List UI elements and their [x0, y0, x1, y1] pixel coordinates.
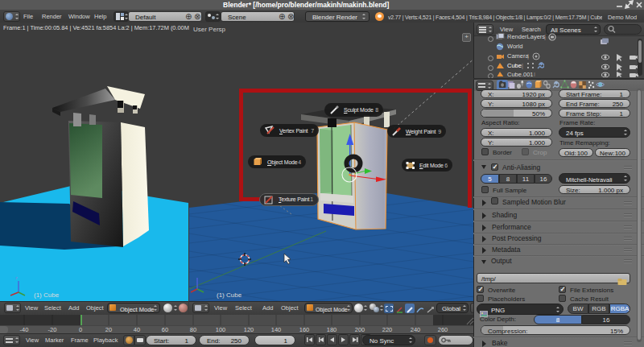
svg-text:240: 240 — [411, 326, 421, 333]
svg-text:z: z — [15, 275, 18, 280]
svg-text:200: 200 — [355, 326, 365, 333]
svg-text:60: 60 — [162, 326, 168, 333]
svg-text:180: 180 — [327, 326, 337, 333]
svg-text:0: 0 — [79, 326, 82, 333]
svg-text:-40: -40 — [20, 326, 29, 333]
svg-text:40: 40 — [134, 326, 140, 333]
svg-text:120: 120 — [244, 326, 254, 333]
svg-text:160: 160 — [299, 326, 310, 333]
svg-text:100: 100 — [216, 326, 226, 333]
svg-text:20: 20 — [105, 326, 112, 333]
svg-text:140: 140 — [271, 326, 282, 333]
svg-text:80: 80 — [190, 326, 196, 333]
svg-text:220: 220 — [382, 326, 393, 333]
svg-text:-20: -20 — [48, 326, 57, 333]
svg-text:260: 260 — [438, 326, 448, 333]
